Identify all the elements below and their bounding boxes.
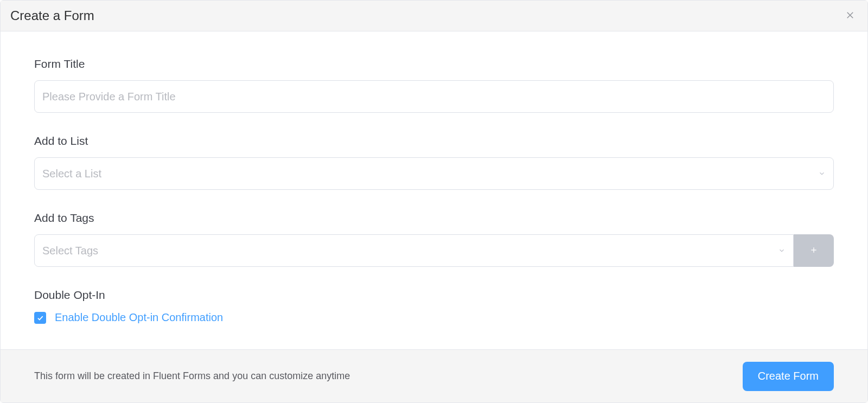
add-to-tags-group: Add to Tags Select Tags <box>34 212 834 267</box>
checkbox-checked-icon <box>34 312 46 324</box>
create-form-modal: Create a Form Form Title Add to List Sel… <box>0 0 868 403</box>
close-button[interactable] <box>843 8 858 23</box>
add-to-list-label: Add to List <box>34 135 834 148</box>
tags-select[interactable]: Select Tags <box>34 234 794 267</box>
chevron-down-icon <box>818 170 826 177</box>
modal-body: Form Title Add to List Select a List Add… <box>1 31 867 349</box>
double-opt-in-checkbox-row[interactable]: Enable Double Opt-in Confirmation <box>34 311 834 324</box>
list-select-placeholder: Select a List <box>42 168 101 180</box>
add-to-tags-label: Add to Tags <box>34 212 834 225</box>
add-tag-button[interactable] <box>794 234 834 267</box>
list-select[interactable]: Select a List <box>34 157 834 190</box>
close-icon <box>845 10 855 22</box>
form-title-label: Form Title <box>34 57 834 71</box>
modal-header: Create a Form <box>1 1 867 31</box>
form-title-input[interactable] <box>34 80 834 113</box>
tags-select-placeholder: Select Tags <box>42 245 98 257</box>
add-to-list-group: Add to List Select a List <box>34 135 834 190</box>
chevron-down-icon <box>778 247 786 254</box>
double-opt-in-label: Double Opt-In <box>34 289 834 302</box>
footer-note: This form will be created in Fluent Form… <box>34 370 350 382</box>
double-opt-in-group: Double Opt-In Enable Double Opt-in Confi… <box>34 289 834 324</box>
create-form-button[interactable]: Create Form <box>743 362 834 391</box>
plus-icon <box>809 244 818 258</box>
form-title-group: Form Title <box>34 57 834 113</box>
modal-title: Create a Form <box>10 8 94 23</box>
double-opt-in-checkbox-label: Enable Double Opt-in Confirmation <box>55 311 223 324</box>
modal-footer: This form will be created in Fluent Form… <box>1 349 867 402</box>
